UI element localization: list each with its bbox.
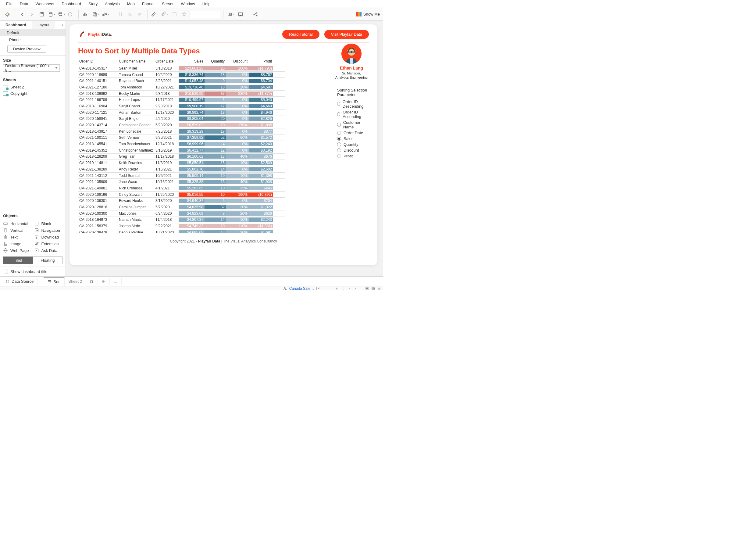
menu-server[interactable]: Server (158, 0, 177, 7)
menu-format[interactable]: Format (138, 0, 158, 7)
data-source-tab[interactable]: Data Source (2, 277, 37, 285)
menu-help[interactable]: Help (199, 0, 214, 7)
column-header[interactable]: Sales (178, 58, 205, 64)
new-worksheet-tab[interactable] (86, 278, 98, 285)
nav-first-icon[interactable] (335, 287, 339, 290)
group-icon[interactable] (170, 10, 178, 19)
show-title-checkbox[interactable]: Show dashboard title (0, 267, 65, 276)
refresh-icon[interactable] (67, 10, 75, 19)
device-phone[interactable]: Phone (0, 36, 65, 43)
sheet-item-copyright[interactable]: Copyright (3, 90, 62, 97)
object-ask-data[interactable]: Ask Data (34, 248, 63, 253)
menu-analysis[interactable]: Analysis (101, 0, 123, 7)
object-web-page[interactable]: Web Page (3, 248, 32, 253)
table-row[interactable]: CA-2021-149881Nick Crebassa4/1/2021$5,28… (78, 185, 285, 192)
tiled-button[interactable]: Tiled (3, 257, 33, 264)
new-worksheet-icon[interactable] (82, 10, 90, 19)
table-row[interactable]: CA-2021-135909Jane Waco10/13/2021$5,325.… (78, 179, 285, 185)
nav-last-icon[interactable] (354, 287, 357, 290)
table-row[interactable]: CA-2020-138478Dennis Pardue10/21/2020$4,… (78, 229, 285, 233)
show-me-button[interactable]: Show Me (356, 12, 380, 16)
column-header[interactable]: Discount (226, 58, 249, 64)
table-row[interactable]: CA-2021-158379Joseph Airdo9/22/2021$4,74… (78, 223, 285, 229)
share-icon[interactable] (251, 10, 260, 19)
device-preview-button[interactable]: Device Preview (7, 45, 46, 53)
column-header[interactable]: Order Date (154, 58, 178, 64)
new-data-source-icon[interactable] (47, 10, 56, 19)
sheet2-tab[interactable]: Sheet 2 (65, 277, 86, 285)
nav-prev-icon[interactable] (341, 287, 345, 290)
layout-tab[interactable]: Layout (32, 21, 55, 29)
param-option[interactable]: Quantity (337, 142, 369, 147)
menu-file[interactable]: File (2, 0, 16, 7)
param-option[interactable]: Order ID Ascending (337, 109, 369, 119)
table-row[interactable]: CA-2018-116904Sanjit Chand9/23/2018$9,90… (78, 103, 285, 109)
menu-story[interactable]: Story (85, 0, 101, 7)
redo-icon[interactable] (28, 10, 36, 19)
vertical-scrollbar[interactable]: ▲ ▼ (285, 65, 285, 233)
object-text[interactable]: Text (3, 235, 32, 239)
view-grid-icon[interactable] (365, 287, 369, 290)
presentation-icon[interactable] (236, 10, 245, 19)
attach-icon[interactable] (160, 10, 169, 19)
object-image[interactable]: Image (3, 241, 32, 246)
fit-icon[interactable] (227, 10, 235, 19)
table-row[interactable]: CA-2018-139892Becky Martin9/8/2018$10,53… (78, 90, 285, 97)
new-dashboard-tab[interactable] (98, 278, 110, 285)
dashboard-tab[interactable]: Dashboard (0, 21, 32, 29)
column-header[interactable]: Quantity (205, 58, 226, 64)
object-horizontal[interactable]: Horizontal (3, 221, 32, 226)
table-row[interactable]: CA-2020-136301Edward Hooks3/13/2020$4,94… (78, 198, 285, 204)
menu-worksheet[interactable]: Worksheet (32, 0, 58, 7)
table-row[interactable]: CA-2020-108196Cindy Stewart11/25/2020$5,… (78, 192, 285, 198)
table-row[interactable]: CA-2020-100300Max Jones6/24/2020$4,823.0… (78, 211, 285, 217)
param-option[interactable]: Discount (337, 147, 369, 153)
highlight-icon[interactable] (150, 10, 159, 19)
object-navigation[interactable]: Navigation (34, 228, 63, 233)
table-row[interactable]: CA-2018-145541Tom Boeckenhauer12/14/2018… (78, 141, 285, 147)
menu-data[interactable]: Data (16, 0, 32, 7)
param-option[interactable]: Customer Name (337, 119, 369, 130)
param-option[interactable]: Sales (337, 136, 369, 142)
swap-icon[interactable] (116, 10, 125, 19)
sort-tab[interactable]: Sort (44, 277, 65, 286)
table-row[interactable]: CA-2020-117121Adrian Barton12/17/2020$9,… (78, 109, 285, 116)
menu-map[interactable]: Map (123, 0, 138, 7)
size-selector[interactable]: Desktop Browser (1000 x 8…▼ (3, 64, 60, 72)
table-row[interactable]: CA-2019-145352Christopher Martinez3/16/2… (78, 147, 285, 154)
table-row[interactable]: CA-2020-143714Christopher Conant5/23/202… (78, 122, 285, 128)
pin-icon[interactable] (180, 10, 189, 19)
sheet-item-sheet2[interactable]: Sheet 2 (3, 84, 62, 90)
table-row[interactable]: CA-2021-127180Tom Ashbrook10/22/2021$13,… (78, 84, 285, 90)
clear-icon[interactable] (101, 10, 110, 19)
table-row[interactable]: CA-2018-145317Sean Miller3/18/2018$23,66… (78, 65, 285, 72)
table-row[interactable]: CA-2021-140151Raymond Buch3/23/2021$14,0… (78, 78, 285, 84)
table-row[interactable]: CA-2019-114811Keith Dawkins11/8/2019$5,8… (78, 160, 285, 166)
new-story-tab[interactable] (110, 278, 122, 285)
table-row[interactable]: CA-2020-128818Caroline Jumper5/7/2020$4,… (78, 204, 285, 211)
column-header[interactable]: Order ID (78, 58, 118, 64)
table-row[interactable]: CA-2021-143112Todd Sumrall10/5/2021$5,50… (78, 173, 285, 179)
sort-asc-icon[interactable] (126, 10, 134, 19)
status-dropdown[interactable]: ▼ (316, 287, 321, 290)
search-input[interactable] (190, 11, 220, 18)
param-option[interactable]: Order Date (337, 130, 369, 136)
param-option[interactable]: Profit (337, 153, 369, 159)
scroll-down-icon[interactable]: ▼ (285, 229, 285, 233)
table-row[interactable]: CA-2021-166709Hunter Lopez11/17/2021$10,… (78, 97, 285, 103)
pause-updates-icon[interactable] (57, 10, 65, 19)
object-vertical[interactable]: Vertical (3, 228, 32, 233)
column-header[interactable]: Profit (249, 58, 273, 64)
table-row[interactable]: CA-2020-118689Tamara Chand10/2/2020$18,3… (78, 72, 285, 78)
object-download[interactable]: Download (34, 235, 63, 239)
collapse-pane-icon[interactable]: ‹ (59, 21, 65, 29)
duplicate-icon[interactable] (91, 10, 100, 19)
save-icon[interactable] (37, 10, 46, 19)
sort-desc-icon[interactable] (136, 10, 144, 19)
read-tutorial-button[interactable]: Read Tutorial (282, 30, 319, 39)
tableau-logo-icon[interactable] (3, 10, 12, 19)
object-extension[interactable]: Extension (34, 241, 63, 246)
menu-window[interactable]: Window (177, 0, 199, 7)
visit-playfair-button[interactable]: Visit Playfair Data (324, 30, 369, 39)
undo-icon[interactable] (18, 10, 26, 19)
